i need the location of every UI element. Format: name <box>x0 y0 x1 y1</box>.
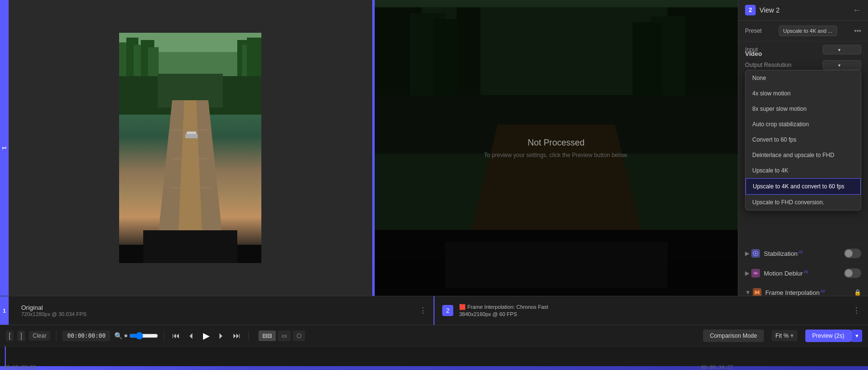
dropdown-item-fhd[interactable]: Upscale to FHD conversion. <box>746 195 861 210</box>
video-content-left <box>119 33 261 263</box>
dropdown-item-deinterlace[interactable]: Deinterlace and upscale to FHD <box>746 147 861 163</box>
next-frame-button[interactable]: ⏵ <box>216 330 227 342</box>
clear-button[interactable]: Clear <box>29 331 51 341</box>
motion-deblur-toggle[interactable] <box>844 268 861 278</box>
svg-point-35 <box>755 252 757 254</box>
frame-interpolation-lock-icon: 🔒 <box>854 289 861 296</box>
svg-rect-33 <box>445 241 667 288</box>
preview-button[interactable]: Preview (2s) <box>805 330 851 342</box>
fit-zoom-chevron: ▾ <box>790 332 794 339</box>
clip-info-left: 1 Original 720x1280px @ 30.034 FPS ⋮ <box>0 296 434 325</box>
skip-start-button[interactable]: ⏮ <box>170 330 182 342</box>
clip-info-right: 2 🟥 Frame Interpolation: Chronos Fast 38… <box>434 296 868 325</box>
input-select[interactable]: ▾ <box>823 45 861 54</box>
view-number-badge: 2 <box>745 5 756 15</box>
frame-interpolation-icon <box>753 288 761 296</box>
preset-select-container[interactable]: Upscale to 4K and ... <box>779 26 851 36</box>
preset-label: Preset <box>745 27 779 34</box>
left-clip-details: Original 720x1280px @ 30.034 FPS <box>21 304 86 317</box>
clip-res-left: 720x1280px @ 30.034 FPS <box>21 311 86 317</box>
frame-interpolation-label: Frame InterpolationAI <box>765 289 851 296</box>
preset-select[interactable]: Upscale to 4K and ... <box>779 26 837 36</box>
skip-end-button[interactable]: ⏭ <box>231 330 243 342</box>
comparison-mode-button[interactable]: Comparison Mode <box>703 330 764 342</box>
dropdown-item-auto-crop[interactable]: Auto crop stabilization <box>746 117 861 132</box>
stabilization-ai-badge: AI <box>799 250 803 254</box>
clip-number-right: 2 <box>442 305 453 316</box>
not-processed-overlay: Not Processed To preview your settings, … <box>484 138 628 159</box>
frame-interpolation-expand-icon[interactable]: ▼ <box>745 289 751 296</box>
stabilization-expand-icon[interactable]: ▶ <box>745 250 749 257</box>
svg-rect-41 <box>756 292 758 293</box>
clip-tag-1: 🟥 Frame Interpolation: Chronos Fast <box>459 304 853 310</box>
dropdown-item-60fps[interactable]: Convert to 60 fps <box>746 132 861 147</box>
zoom-icon[interactable]: 🔍 <box>114 332 122 340</box>
not-processed-sub: To preview your settings, click the Prev… <box>484 152 628 159</box>
fit-zoom-control[interactable]: Fit % ▾ <box>772 330 798 341</box>
clip-info-bar: 1 Original 720x1280px @ 30.034 FPS ⋮ 2 🟥… <box>0 296 868 325</box>
motion-deblur-label: Motion DeblurAI <box>764 269 844 277</box>
svg-rect-20 <box>143 230 237 263</box>
sidebar-close-button[interactable]: ← <box>853 5 861 15</box>
sidebar-view-title: View 2 <box>760 6 780 14</box>
timeline-start-time: 00:00:00:00 <box>4 365 36 370</box>
stabilization-row: ▶ StabilizationAI <box>738 243 868 263</box>
input-row: Input ▾ <box>738 42 868 57</box>
chevron-down-icon-res: ▾ <box>838 63 841 68</box>
video-frame-left <box>119 33 261 263</box>
motion-deblur-ai-badge: AI <box>804 269 808 274</box>
preset-more-button[interactable]: ••• <box>854 27 861 35</box>
view-split-button[interactable]: ▭ <box>278 330 291 341</box>
svg-rect-15 <box>171 158 210 159</box>
stabilization-label: StabilizationAI <box>764 250 844 257</box>
mark-in-button[interactable]: [ <box>6 330 14 341</box>
preset-row: Preset Upscale to 4K and ... ••• <box>738 21 868 41</box>
dropdown-item-4x-slow[interactable]: 4x slow motion <box>746 86 861 101</box>
svg-rect-16 <box>170 187 212 188</box>
left-bar-indicator: 1 <box>0 296 9 325</box>
clip-menu-right[interactable]: ⋮ <box>853 306 860 315</box>
sidebar-inner: Input ▾ Output Resolution ▾ Crop Setting… <box>738 42 868 296</box>
view-side-by-side-button[interactable]: ⊟⊟ <box>258 330 276 341</box>
clip-name-left: Original <box>21 304 86 311</box>
mark-out-button[interactable]: ] <box>17 330 25 341</box>
clip-menu-left[interactable]: ⋮ <box>419 306 427 315</box>
sidebar: 2 View 2 ← Preset Upscale to 4K and ... … <box>738 0 868 296</box>
prev-frame-button[interactable]: ⏴ <box>186 330 197 342</box>
left-clip-number: 1 <box>0 0 9 296</box>
video-panel-left <box>9 0 372 296</box>
stabilization-toggle[interactable] <box>844 249 861 258</box>
preview-dropdown-button[interactable]: ▾ <box>851 330 862 342</box>
not-processed-title: Not Processed <box>484 138 628 148</box>
play-button[interactable]: ▶ <box>201 329 212 343</box>
video-content-right: Not Processed To preview your settings, … <box>375 0 738 296</box>
divider-1 <box>56 331 56 341</box>
dropdown-item-8x-slow[interactable]: 8x super slow motion <box>746 101 861 117</box>
dropdown-item-4k-60fps[interactable]: Upscale to 4K and convert to 60 fps <box>746 178 861 195</box>
svg-rect-18 <box>185 134 198 138</box>
motion-deblur-expand-icon[interactable]: ▶ <box>745 270 749 277</box>
timeline-end-time: 00:00:34:27 <box>701 365 733 370</box>
frame-interpolation-row: ▼ Frame InterpolationAI 🔒 <box>738 283 868 296</box>
dropdown-item-none[interactable]: None <box>746 70 861 86</box>
motion-deblur-icon <box>751 269 760 278</box>
svg-rect-38 <box>754 274 757 275</box>
output-resolution-select[interactable]: ▾ <box>823 60 861 70</box>
fit-zoom-label: Fit % <box>775 332 788 339</box>
dropdown-item-4k[interactable]: Upscale to 4K <box>746 163 861 178</box>
zoom-handle[interactable] <box>124 334 127 337</box>
svg-rect-25 <box>457 7 480 95</box>
features-section: ▶ StabilizationAI ▶ <box>738 243 868 296</box>
divider-2 <box>164 331 164 341</box>
svg-rect-37 <box>754 272 757 273</box>
sidebar-header: 2 View 2 ← <box>738 0 868 21</box>
zoom-slider[interactable] <box>129 332 158 340</box>
divider-3 <box>248 331 249 341</box>
stabilization-icon <box>751 249 760 258</box>
svg-rect-36 <box>753 273 758 274</box>
clip-tag-2: 3840x2160px @ 60 FPS <box>459 311 853 317</box>
view-overlay-button[interactable]: ⬡ <box>293 330 305 341</box>
timeline-clip-bar[interactable] <box>0 366 868 370</box>
motion-deblur-row: ▶ Motion DeblurAI <box>738 263 868 283</box>
preset-dropdown-menu: None 4x slow motion 8x super slow motion… <box>745 70 861 211</box>
